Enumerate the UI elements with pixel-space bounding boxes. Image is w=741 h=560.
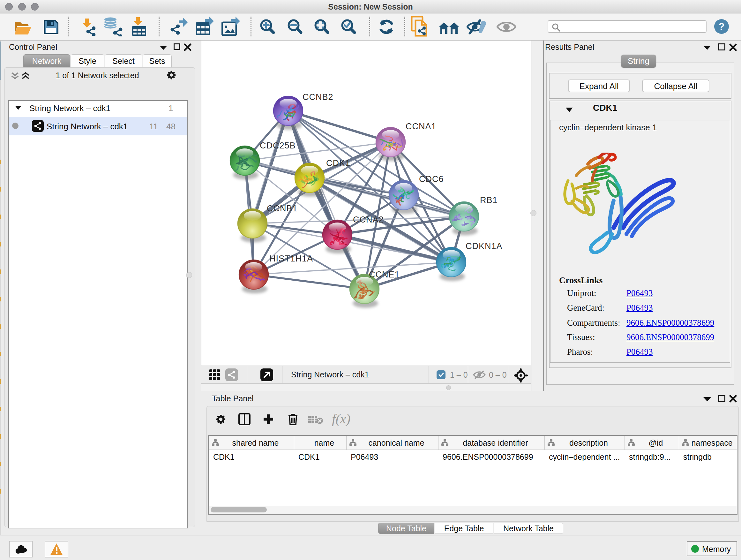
svg-text:CDC6: CDC6 [419,174,444,184]
svg-text:CDC25B: CDC25B [260,141,296,150]
svg-text:CDK1: CDK1 [326,159,350,168]
svg-text:CCNB2: CCNB2 [302,92,333,102]
svg-text:CCNA1: CCNA1 [406,122,436,131]
svg-text:CCNA2: CCNA2 [353,215,384,225]
svg-text:CCNB1: CCNB1 [267,204,298,213]
svg-text:RB1: RB1 [480,195,498,205]
svg-text:HIST1H1A: HIST1H1A [269,254,313,263]
svg-text:CDKN1A: CDKN1A [466,241,502,251]
svg-text:CCNE1: CCNE1 [369,270,400,279]
